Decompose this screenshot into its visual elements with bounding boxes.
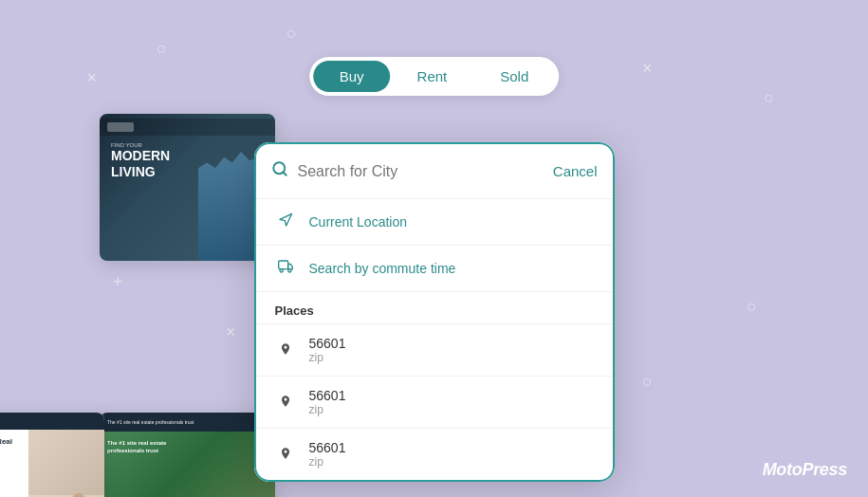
commute-time-option[interactable]: Search by commute time	[256, 246, 613, 292]
search-modal-inner: Cancel Current Location	[254, 142, 615, 482]
re-header-text: The #1 site real estate professionals tr…	[107, 419, 194, 425]
place-info-1: 56601 zip	[309, 336, 346, 364]
svg-rect-3	[278, 261, 287, 269]
bg-symbol-x2: ×	[642, 60, 653, 77]
search-bar: Cancel	[256, 144, 613, 199]
ml-logo	[107, 122, 134, 132]
search-modal: Cancel Current Location	[254, 142, 615, 482]
places-section: Places 56601 zip	[256, 292, 613, 480]
place-type-3: zip	[309, 455, 346, 469]
site-card-reinventing: LOGO Re-inventing the Art of Real Estate	[0, 413, 104, 497]
bg-symbol-plus2: +	[113, 273, 123, 290]
current-location-label: Current Location	[309, 214, 408, 230]
bg-symbol-x3: ×	[226, 323, 236, 341]
place-item-1[interactable]: 56601 zip	[256, 323, 613, 376]
tab-sold[interactable]: Sold	[473, 61, 555, 92]
place-item-3[interactable]: 56601 zip	[256, 428, 613, 480]
search-options: Current Location Search by commute time	[256, 199, 613, 292]
svg-point-5	[287, 269, 290, 272]
commute-time-label: Search by commute time	[309, 261, 456, 276]
tab-rent[interactable]: Rent	[391, 61, 474, 92]
ri-header: LOGO	[0, 413, 104, 430]
ri-right-content	[28, 430, 104, 497]
bg-symbol-o5: ○	[747, 298, 757, 315]
ri-left-content: Re-inventing the Art of Real Estate	[0, 430, 28, 497]
re-overlay-text: The #1 site real estateprofessionals tru…	[107, 439, 166, 455]
svg-marker-2	[280, 213, 292, 226]
bg-symbol-o3: ○	[764, 89, 774, 106]
re-house-image: The #1 site real estateprofessionals tru…	[100, 432, 275, 497]
place-info-3: 56601 zip	[309, 440, 346, 469]
current-location-option[interactable]: Current Location	[256, 199, 613, 246]
svg-line-1	[283, 172, 286, 175]
bg-symbol-o1: ○	[157, 40, 167, 57]
svg-point-4	[280, 269, 283, 272]
location-pin-icon-3	[275, 447, 296, 463]
re-header: The #1 site real estate professionals tr…	[100, 413, 275, 432]
ri-kitchen-image	[28, 430, 104, 495]
place-type-1: zip	[309, 351, 346, 364]
place-type-2: zip	[309, 403, 346, 416]
modern-living-title: MODERNLIVING	[111, 148, 170, 180]
place-zip-3: 56601	[309, 440, 346, 455]
ri-person-silhouette	[62, 493, 95, 497]
bg-symbol-o2: ○	[286, 25, 297, 42]
location-pin-icon-1	[275, 342, 296, 359]
bg-symbol-x1: ×	[87, 69, 98, 86]
ri-title: Re-inventing the Art of Real Estate	[0, 437, 21, 457]
modern-living-text: FIND YOUR MODERNLIVING	[111, 142, 170, 180]
find-text: FIND YOUR	[111, 142, 170, 148]
place-zip-1: 56601	[309, 336, 346, 351]
places-header: Places	[256, 292, 613, 323]
tab-bar: Buy Rent Sold	[309, 57, 560, 96]
search-icon	[271, 160, 288, 182]
ri-body: Re-inventing the Art of Real Estate	[0, 430, 104, 497]
bg-symbol-o4: ○	[642, 373, 653, 390]
location-pin-icon-2	[275, 395, 296, 411]
car-icon	[275, 259, 296, 278]
motopress-branding: MotoPress	[763, 460, 847, 480]
navigation-icon	[275, 212, 296, 231]
ml-navbar	[100, 119, 275, 136]
place-zip-2: 56601	[309, 388, 346, 403]
place-item-2[interactable]: 56601 zip	[256, 376, 613, 428]
place-info-2: 56601 zip	[309, 388, 346, 416]
search-input[interactable]	[298, 163, 544, 180]
tab-buy[interactable]: Buy	[313, 61, 391, 92]
cancel-button[interactable]: Cancel	[553, 163, 598, 179]
site-card-real-estate: The #1 site real estate professionals tr…	[100, 413, 275, 497]
site-card-modern-living: FIND YOUR MODERNLIVING	[100, 114, 275, 261]
